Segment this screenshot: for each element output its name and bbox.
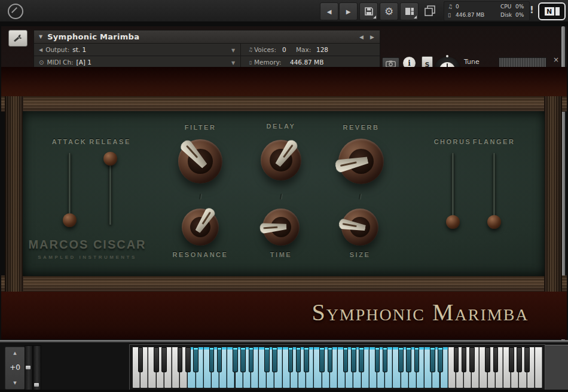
black-key[interactable]	[462, 347, 467, 372]
transpose-value: +0	[5, 363, 25, 372]
black-key[interactable]	[185, 347, 191, 372]
white-key[interactable]	[535, 347, 542, 388]
kontakt-menu-icon[interactable]	[8, 4, 23, 19]
output-dropdown-icon[interactable]: ▼	[231, 48, 235, 53]
black-key[interactable]	[288, 347, 294, 372]
transpose-control[interactable]: ▲ +0 ▼	[5, 347, 25, 390]
warning-indicator-icon[interactable]: !	[530, 5, 534, 16]
memory-label: Memory:	[254, 59, 281, 66]
black-key[interactable]	[524, 347, 530, 372]
black-key[interactable]	[328, 347, 333, 372]
ni-logo-n: N	[545, 7, 554, 16]
keyboard-right-panel	[544, 345, 568, 391]
black-key[interactable]	[209, 347, 215, 372]
black-key[interactable]	[161, 347, 167, 372]
prev-instrument-icon[interactable]: ◀	[359, 34, 364, 40]
level-meter-left	[499, 57, 546, 68]
black-key[interactable]	[383, 347, 388, 372]
black-key[interactable]	[296, 347, 301, 372]
knob-pointer-slot	[340, 161, 357, 167]
black-key[interactable]	[272, 347, 277, 372]
midi-dropdown-icon[interactable]: ▼	[231, 60, 235, 66]
system-status-panel: ♫ 0 CPU 0% ▯ 446.87 MB Disk 0%	[444, 1, 530, 21]
black-key[interactable]	[469, 347, 475, 372]
collapse-arrow-icon[interactable]: ▼	[39, 34, 42, 39]
mod-wheel-handle[interactable]	[34, 383, 39, 387]
instrument-header: ▼ Symphonic Marimba ◀ ▶ ◀ Output: st. 1 …	[1, 26, 567, 67]
knob-delay[interactable]	[261, 140, 301, 180]
slider-attack[interactable]	[63, 213, 77, 227]
transpose-down-icon[interactable]: ▼	[5, 381, 25, 385]
row-separator	[240, 44, 241, 56]
black-key[interactable]	[430, 347, 435, 372]
back-button[interactable]: ◀	[320, 2, 338, 20]
total-voices-value: 0	[456, 4, 459, 10]
output-value[interactable]: st. 1	[72, 46, 86, 53]
black-key[interactable]	[351, 347, 356, 372]
black-key[interactable]	[217, 347, 222, 372]
instrument-title-row[interactable]: ▼ Symphonic Marimba ◀ ▶	[34, 30, 380, 44]
next-instrument-icon[interactable]: ▶	[370, 34, 374, 40]
pitch-wheel[interactable]	[25, 345, 33, 391]
options-button[interactable]: ⚙	[380, 2, 398, 20]
black-key[interactable]	[438, 347, 443, 372]
black-key[interactable]	[319, 347, 325, 372]
knob-resonance[interactable]	[182, 209, 219, 246]
edit-instrument-button[interactable]	[8, 30, 28, 47]
minimize-view-button[interactable]	[423, 4, 436, 17]
knob-reverb[interactable]	[338, 139, 384, 184]
knob-filter[interactable]	[178, 139, 222, 183]
knob-size[interactable]	[341, 209, 378, 246]
mod-wheel[interactable]	[33, 345, 41, 391]
black-key[interactable]	[398, 347, 404, 372]
remove-instrument-icon[interactable]: ×	[553, 56, 559, 64]
slider-chorus[interactable]	[446, 215, 460, 229]
voices-icon: ♫	[248, 47, 253, 53]
black-key[interactable]	[485, 347, 490, 372]
black-key[interactable]	[233, 347, 238, 372]
forward-icon: ▶	[346, 8, 351, 15]
black-key[interactable]	[517, 347, 522, 372]
black-key[interactable]	[454, 347, 459, 372]
black-key[interactable]	[154, 347, 159, 372]
knob-time[interactable]	[262, 209, 300, 246]
skin-top-band	[1, 67, 567, 96]
wood-frame-top	[1, 96, 567, 112]
black-key[interactable]	[240, 347, 246, 372]
tune-label: Tune	[464, 58, 480, 66]
black-key[interactable]	[375, 347, 380, 372]
ni-logo[interactable]: N	[538, 2, 566, 20]
gear-icon: ⚙	[384, 5, 393, 17]
black-key[interactable]	[359, 347, 364, 372]
layout-menu-arrow	[414, 16, 417, 19]
black-key[interactable]	[178, 347, 183, 372]
midi-channel-value[interactable]: [A] 1	[77, 59, 91, 66]
row-separator	[240, 56, 241, 68]
slider-flanger[interactable]	[487, 215, 501, 229]
transpose-up-icon[interactable]: ▲	[5, 351, 25, 356]
view-layout-button[interactable]	[400, 2, 419, 20]
pitch-wheel-handle[interactable]	[26, 366, 30, 369]
black-key[interactable]	[414, 347, 420, 372]
black-key[interactable]	[264, 347, 270, 372]
forward-button[interactable]: ▶	[339, 2, 358, 20]
knob-label-size: SIZE	[309, 251, 411, 258]
wood-frame-left	[5, 96, 23, 292]
voices-value: 0	[282, 46, 286, 53]
black-key[interactable]	[493, 347, 499, 372]
midi-icon: ⊙	[39, 59, 44, 66]
slider-release[interactable]	[103, 152, 117, 166]
black-key[interactable]	[509, 347, 514, 372]
instrument-header-rows: ▼ Symphonic Marimba ◀ ▶ ◀ Output: st. 1 …	[33, 30, 380, 68]
voices-label: Voices:	[254, 46, 276, 53]
black-key[interactable]	[343, 347, 349, 372]
save-button[interactable]	[359, 2, 378, 20]
black-key[interactable]	[304, 347, 309, 372]
black-key[interactable]	[249, 347, 254, 372]
disk-value: 0%	[515, 12, 524, 18]
black-key[interactable]	[138, 347, 143, 372]
black-key[interactable]	[406, 347, 411, 372]
midi-channel-label: MIDI Ch:	[47, 59, 73, 66]
black-key[interactable]	[193, 347, 199, 372]
max-voices-value[interactable]: 128	[316, 46, 328, 53]
